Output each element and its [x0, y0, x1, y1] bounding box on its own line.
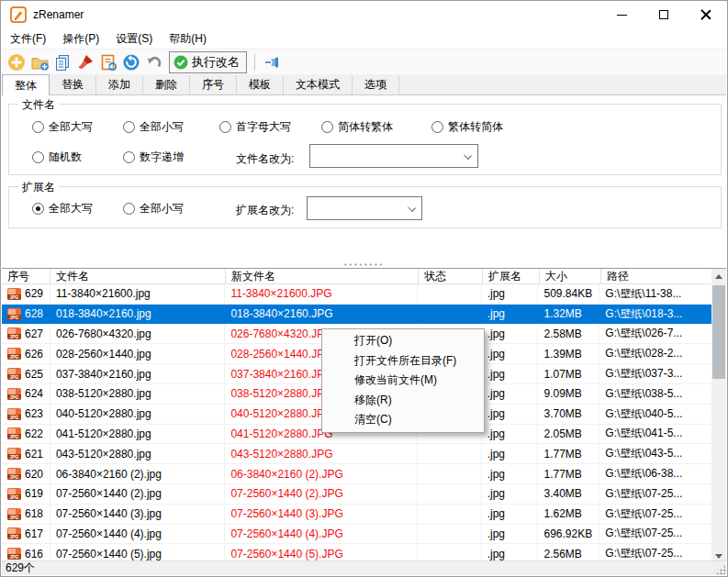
tab-replace[interactable]: 替换	[50, 75, 96, 94]
splitter-bar[interactable]	[2, 261, 726, 268]
context-menu-open[interactable]: 打开(O)	[322, 331, 484, 351]
pushpin-icon	[263, 55, 282, 70]
scrollbar-thumb[interactable]	[712, 285, 725, 379]
undo-button[interactable]	[144, 52, 164, 72]
cell-size: 3.40MB	[538, 484, 599, 504]
radio-icon	[219, 121, 231, 133]
tab-template[interactable]: 模板	[237, 75, 284, 94]
jpg-file-icon: JPG	[7, 388, 21, 400]
radio-icon	[321, 121, 333, 133]
resize-grip[interactable]	[716, 565, 725, 574]
column-header-status[interactable]: 状态	[419, 269, 483, 283]
radio-uppercase[interactable]: 全部大写	[32, 119, 93, 135]
cell-extension: .jpg	[482, 525, 539, 544]
vertical-scrollbar[interactable]	[711, 269, 726, 563]
radio-ext-uppercase[interactable]: 全部大写	[32, 201, 93, 216]
menu-file[interactable]: 文件(F)	[2, 29, 54, 49]
cell-path: G:\壁纸\028-2...	[599, 344, 711, 363]
cell-extension: .jpg	[482, 505, 539, 524]
radio-label: 首字母大写	[236, 119, 291, 135]
jpg-file-icon: JPG	[7, 508, 21, 520]
minimize-button[interactable]	[600, 1, 643, 28]
cell-new-filename: 07-2560×1440 (3).JPG	[225, 505, 417, 524]
table-header: 序号 文件名 新文件名 状态 扩展名 大小 路径	[2, 269, 726, 284]
cell-size: 3.70MB	[538, 405, 599, 424]
context-menu-edit-current[interactable]: 修改当前文件(M)	[322, 371, 484, 391]
cell-status	[418, 284, 482, 304]
radio-increment-number[interactable]: 数字递增	[123, 150, 184, 165]
add-files-button[interactable]	[6, 52, 27, 72]
radio-icon	[32, 121, 44, 133]
tab-options[interactable]: 选项	[353, 75, 399, 94]
table-row[interactable]: JPG61907-2560×1440 (2).jpg07-2560×1440 (…	[2, 484, 711, 505]
tab-delete[interactable]: 删除	[143, 75, 190, 94]
jpg-file-icon: JPG	[7, 288, 21, 300]
cell-size: 1.32MB	[538, 305, 599, 324]
radio-ext-lowercase[interactable]: 全部小写	[123, 201, 184, 216]
column-header-extension[interactable]: 扩展名	[483, 269, 540, 283]
cell-index: JPG626	[2, 344, 50, 363]
column-header-size[interactable]: 大小	[540, 269, 601, 283]
document-refresh-icon	[99, 53, 118, 72]
radio-label: 全部小写	[140, 201, 184, 216]
cell-status	[418, 505, 482, 524]
table-row[interactable]: JPG628018-3840×2160.jpg018-3840×2160.JPG…	[2, 305, 711, 325]
column-header-path[interactable]: 路径	[601, 269, 713, 283]
cell-filename: 043-5120×2880.jpg	[50, 444, 226, 463]
menu-operate[interactable]: 操作(P)	[54, 29, 107, 49]
rename-options-panel: 文件名 全部大写 全部小写 首字母大写 简体转繁体 繁体转简体 随机数 数字递增…	[2, 95, 726, 261]
radio-simplified-to-traditional[interactable]: 简体转繁体	[321, 119, 393, 135]
radio-label: 简体转繁体	[338, 119, 393, 135]
tab-text-mode[interactable]: 文本模式	[284, 75, 353, 94]
pin-button[interactable]	[263, 52, 283, 72]
table-row[interactable]: JPG621043-5120×2880.jpg043-5120×2880.JPG…	[2, 444, 711, 464]
menu-settings[interactable]: 设置(S)	[107, 29, 161, 49]
maximize-icon	[659, 10, 668, 19]
scroll-up-button[interactable]	[711, 269, 726, 283]
radio-lowercase[interactable]: 全部小写	[123, 119, 184, 135]
reload-list-button[interactable]	[98, 52, 118, 72]
context-menu-clear[interactable]: 清空(C)	[322, 410, 484, 430]
radio-traditional-to-simplified[interactable]: 繁体转简体	[431, 119, 503, 135]
execute-rename-button[interactable]: 执行改名	[169, 51, 247, 73]
cell-status	[418, 484, 482, 504]
cell-size: 9.09MB	[538, 384, 599, 404]
tab-whole[interactable]: 整体	[2, 74, 50, 95]
cell-status	[418, 444, 482, 463]
radio-random-number[interactable]: 随机数	[32, 150, 82, 165]
add-folder-button[interactable]	[29, 52, 50, 72]
close-icon	[700, 9, 711, 20]
radio-icon	[431, 121, 443, 133]
filename-groupbox: 文件名 全部大写 全部小写 首字母大写 简体转繁体 繁体转简体 随机数 数字递增…	[8, 104, 722, 175]
context-menu-remove[interactable]: 移除(R)	[322, 391, 484, 411]
splitter-handle-icon	[344, 263, 385, 266]
table-row[interactable]: JPG61807-2560×1440 (3).jpg07-2560×1440 (…	[2, 505, 711, 525]
refresh-button[interactable]	[121, 52, 141, 72]
column-header-new-filename[interactable]: 新文件名	[226, 269, 419, 283]
close-button[interactable]	[685, 1, 727, 28]
chevron-down-icon	[464, 151, 472, 160]
column-header-filename[interactable]: 文件名	[50, 269, 226, 283]
column-header-index[interactable]: 序号	[2, 269, 50, 283]
cell-path: G:\壁纸\038-5...	[599, 384, 711, 404]
radio-capitalize[interactable]: 首字母大写	[219, 119, 291, 135]
cell-filename: 11-3840×21600.jpg	[50, 284, 226, 304]
table-row[interactable]: JPG62911-3840×21600.jpg11-3840×21600.JPG…	[2, 284, 711, 305]
copy-list-button[interactable]	[52, 52, 73, 72]
filename-rename-combobox[interactable]	[309, 144, 478, 168]
extension-rename-combobox[interactable]	[307, 196, 422, 220]
maximize-button[interactable]	[643, 1, 685, 28]
radio-label: 全部小写	[140, 119, 184, 135]
undo-arrow-icon	[145, 53, 163, 72]
cell-path: G:\壁纸\037-3...	[599, 364, 711, 383]
menu-help[interactable]: 帮助(H)	[161, 29, 215, 49]
tab-number[interactable]: 序号	[190, 75, 237, 94]
cell-index: JPG619	[2, 484, 50, 504]
tab-add[interactable]: 添加	[96, 75, 143, 94]
table-row[interactable]: JPG62006-3840×2160 (2).jpg06-3840×2160 (…	[2, 464, 711, 484]
table-row[interactable]: JPG61707-2560×1440 (4).jpg07-2560×1440 (…	[2, 525, 711, 545]
cell-extension: .jpg	[482, 344, 539, 363]
context-menu-open-folder[interactable]: 打开文件所在目录(F)	[322, 351, 484, 372]
clear-list-button[interactable]	[75, 52, 95, 72]
cell-filename: 06-3840×2160 (2).jpg	[50, 464, 226, 483]
